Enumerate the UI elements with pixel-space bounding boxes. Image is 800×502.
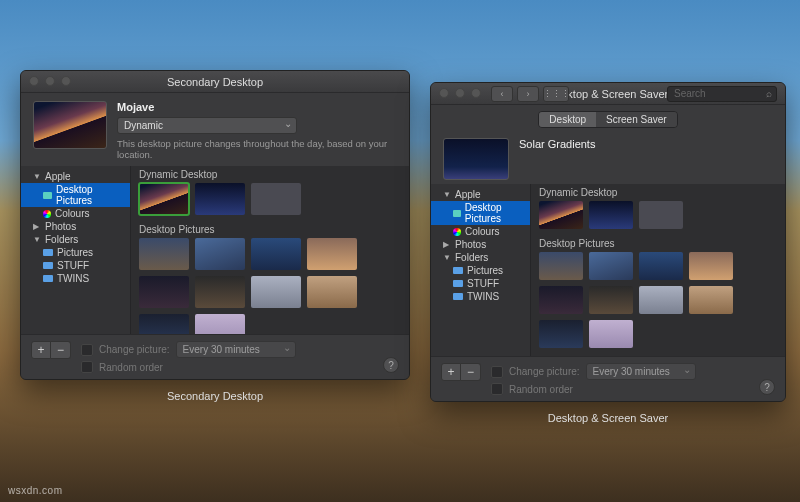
color-wheel-icon	[43, 210, 51, 218]
section-desktop-pictures: Desktop Pictures	[531, 235, 785, 252]
sidebar-item-stuff[interactable]: STUFF	[21, 259, 130, 272]
content-area: Dynamic Desktop Desktop Pictures	[531, 184, 785, 356]
thumbnail[interactable]	[307, 276, 357, 308]
random-order-checkbox[interactable]	[81, 361, 93, 373]
section-dynamic-desktop: Dynamic Desktop	[131, 166, 409, 183]
thumbnail[interactable]	[195, 276, 245, 308]
sidebar-item-stuff[interactable]: STUFF	[431, 277, 530, 290]
thumbnail[interactable]	[639, 252, 683, 280]
tab-desktop[interactable]: Desktop	[539, 112, 596, 127]
thumbnail-solar[interactable]	[589, 201, 633, 229]
thumbnail[interactable]	[639, 286, 683, 314]
close-icon[interactable]	[439, 88, 449, 98]
sidebar-item-colours[interactable]: Colours	[431, 225, 530, 238]
chevron-right-icon[interactable]: ▶	[33, 222, 41, 231]
add-folder-button[interactable]: +	[441, 363, 461, 381]
folder-icon	[453, 293, 463, 300]
folder-icon	[43, 249, 53, 256]
sidebar-item-twins[interactable]: TWINS	[431, 290, 530, 303]
wallpaper-name: Solar Gradients	[519, 138, 773, 150]
thumbnail[interactable]	[251, 183, 301, 215]
sidebar-item-desktop-pictures[interactable]: Desktop Pictures	[21, 183, 130, 207]
desktop-screensaver-window: ‹ › ⋮⋮⋮ Desktop & Screen Saver Search De…	[430, 82, 786, 402]
wallpaper-description: This desktop picture changes throughout …	[117, 138, 397, 160]
thumbnail[interactable]	[589, 286, 633, 314]
chevron-down-icon[interactable]: ▼	[33, 172, 41, 181]
thumbnail[interactable]	[139, 276, 189, 308]
tabbar: Desktop Screen Saver	[431, 105, 785, 134]
section-desktop-pictures: Desktop Pictures	[131, 221, 409, 238]
sidebar-group-apple[interactable]: ▼Apple	[431, 188, 530, 201]
minimize-icon[interactable]	[455, 88, 465, 98]
thumbnail[interactable]	[689, 286, 733, 314]
folder-icon	[453, 210, 461, 217]
change-picture-label: Change picture:	[99, 344, 170, 355]
thumbnail[interactable]	[589, 320, 633, 348]
window-caption: Secondary Desktop	[20, 390, 410, 402]
add-folder-button[interactable]: +	[31, 341, 51, 359]
sidebar-group-photos[interactable]: ▶Photos	[431, 238, 530, 251]
titlebar[interactable]: Secondary Desktop	[21, 71, 409, 93]
help-button[interactable]: ?	[383, 357, 399, 373]
thumbnail[interactable]	[251, 238, 301, 270]
thumbnail[interactable]	[139, 314, 189, 334]
thumbnail[interactable]	[195, 238, 245, 270]
close-icon[interactable]	[29, 76, 39, 86]
thumbnail-mojave[interactable]	[539, 201, 583, 229]
random-order-checkbox[interactable]	[491, 383, 503, 395]
thumbnail-mojave[interactable]	[139, 183, 189, 215]
sidebar-item-pictures[interactable]: Pictures	[21, 246, 130, 259]
chevron-down-icon[interactable]: ▼	[443, 253, 451, 262]
wallpaper-name: Mojave	[117, 101, 397, 113]
back-button[interactable]: ‹	[491, 86, 513, 102]
thumbnail[interactable]	[539, 286, 583, 314]
footer: + − Change picture: Every 30 minutes Ran…	[21, 334, 409, 379]
search-input[interactable]: Search	[667, 86, 777, 102]
change-picture-checkbox[interactable]	[491, 366, 503, 378]
forward-button[interactable]: ›	[517, 86, 539, 102]
sidebar-group-apple[interactable]: ▼Apple	[21, 170, 130, 183]
remove-folder-button[interactable]: −	[461, 363, 481, 381]
section-dynamic-desktop: Dynamic Desktop	[531, 184, 785, 201]
watermark: wsxdn.com	[8, 485, 63, 496]
tab-screensaver[interactable]: Screen Saver	[596, 112, 677, 127]
sidebar-group-folders[interactable]: ▼Folders	[431, 251, 530, 264]
content-area: Dynamic Desktop Desktop Pictures	[131, 166, 409, 334]
window-title: Secondary Desktop	[167, 76, 263, 88]
sidebar-item-desktop-pictures[interactable]: Desktop Pictures	[431, 201, 530, 225]
sidebar-group-folders[interactable]: ▼Folders	[21, 233, 130, 246]
chevron-down-icon[interactable]: ▼	[443, 190, 451, 199]
chevron-down-icon[interactable]: ▼	[33, 235, 41, 244]
help-button[interactable]: ?	[759, 379, 775, 395]
sidebar-item-twins[interactable]: TWINS	[21, 272, 130, 285]
change-picture-checkbox[interactable]	[81, 344, 93, 356]
sidebar-item-colours[interactable]: Colours	[21, 207, 130, 220]
grid-button[interactable]: ⋮⋮⋮	[543, 86, 569, 102]
zoom-icon[interactable]	[61, 76, 71, 86]
thumbnail[interactable]	[539, 320, 583, 348]
thumbnail[interactable]	[195, 314, 245, 334]
zoom-icon[interactable]	[471, 88, 481, 98]
thumbnail[interactable]	[589, 252, 633, 280]
sidebar: ▼Apple Desktop Pictures Colours ▶Photos …	[431, 184, 531, 356]
random-order-label: Random order	[509, 384, 573, 395]
wallpaper-preview	[33, 101, 107, 149]
folder-icon	[453, 267, 463, 274]
remove-folder-button[interactable]: −	[51, 341, 71, 359]
change-picture-interval[interactable]: Every 30 minutes	[586, 363, 696, 380]
thumbnail[interactable]	[139, 238, 189, 270]
sidebar-group-photos[interactable]: ▶Photos	[21, 220, 130, 233]
thumbnail[interactable]	[307, 238, 357, 270]
sidebar-item-pictures[interactable]: Pictures	[431, 264, 530, 277]
titlebar[interactable]: ‹ › ⋮⋮⋮ Desktop & Screen Saver Search	[431, 83, 785, 105]
wallpaper-preview	[443, 138, 509, 180]
dynamic-select[interactable]: Dynamic	[117, 117, 297, 134]
thumbnail[interactable]	[539, 252, 583, 280]
thumbnail[interactable]	[639, 201, 683, 229]
change-picture-interval[interactable]: Every 30 minutes	[176, 341, 296, 358]
thumbnail[interactable]	[251, 276, 301, 308]
thumbnail[interactable]	[689, 252, 733, 280]
minimize-icon[interactable]	[45, 76, 55, 86]
thumbnail-solar[interactable]	[195, 183, 245, 215]
chevron-right-icon[interactable]: ▶	[443, 240, 451, 249]
